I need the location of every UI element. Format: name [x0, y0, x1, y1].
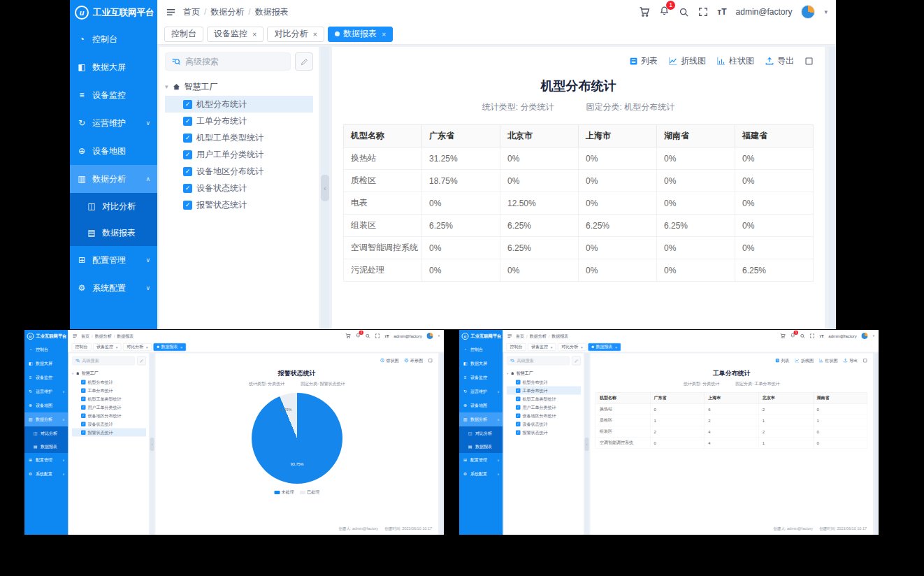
checkbox-checked-icon[interactable]: ✓	[516, 396, 521, 401]
tree-item[interactable]: ✓报警状态统计	[72, 429, 146, 437]
edit-button[interactable]	[137, 357, 146, 366]
sidebar-item[interactable]: ◧数据大屏	[24, 357, 68, 370]
sidebar-item[interactable]: ⊞配置管理∨	[459, 453, 503, 467]
sidebar-item[interactable]: ↻运营维护∨	[24, 384, 68, 398]
checkbox-checked-icon[interactable]: ✓	[81, 430, 86, 435]
collapse-handle[interactable]: ‹	[150, 438, 154, 451]
tree-item[interactable]: ✓机型工单类型统计	[165, 129, 313, 146]
checkbox-checked-icon[interactable]: ✓	[183, 100, 192, 109]
sidebar-subitem[interactable]: ◫对比分析	[459, 426, 503, 440]
checkbox-checked-icon[interactable]: ✓	[516, 380, 521, 384]
legend-item[interactable]: 已处理	[300, 489, 320, 496]
checkbox-checked-icon[interactable]: ✓	[516, 405, 521, 410]
cart-icon[interactable]	[639, 6, 650, 17]
sidebar-subitem[interactable]: ▤数据报表	[459, 440, 503, 453]
checkbox-checked-icon[interactable]: ✓	[81, 405, 86, 410]
user-menu-caret-icon[interactable]: ▾	[824, 8, 828, 15]
search-icon[interactable]	[366, 333, 371, 339]
tree-item[interactable]: ✓工单分布统计	[165, 113, 313, 129]
checkbox-checked-icon[interactable]: ✓	[81, 388, 86, 393]
checkbox-checked-icon[interactable]: ✓	[516, 388, 521, 393]
breadcrumb-item[interactable]: 首页	[516, 333, 524, 339]
toolbar-折线图[interactable]: 折线图	[668, 55, 706, 67]
checkbox-checked-icon[interactable]: ✓	[81, 413, 86, 418]
tree-item[interactable]: ✓设备地区分布统计	[165, 163, 313, 180]
tree-item[interactable]: ✓设备状态统计	[165, 180, 313, 196]
search-icon[interactable]	[800, 333, 806, 339]
sidebar-subitem[interactable]: ◫对比分析	[24, 426, 68, 440]
checkbox-checked-icon[interactable]: ✓	[183, 117, 192, 126]
tree-item[interactable]: ✓机型分布统计	[72, 378, 146, 387]
sidebar-item[interactable]: ◔控制台	[459, 343, 503, 357]
sidebar-item[interactable]: ◧数据大屏	[459, 357, 503, 370]
tree-item[interactable]: ✓机型工单类型统计	[507, 395, 581, 403]
hamburger-icon[interactable]	[166, 7, 176, 17]
checkbox-checked-icon[interactable]: ✓	[183, 201, 192, 210]
tab-对比分析[interactable]: 对比分析×	[123, 343, 152, 351]
cart-icon[interactable]	[780, 333, 786, 339]
tree-root[interactable]: ▾智慧工厂	[165, 78, 313, 96]
tree-item[interactable]: ✓机型分布统计	[165, 96, 313, 113]
close-icon[interactable]: ×	[382, 30, 386, 38]
user-menu-caret-icon[interactable]: ▾	[873, 334, 874, 338]
tree-item[interactable]: ✓用户工单分类统计	[72, 403, 146, 412]
sidebar-item[interactable]: ⊕设备地图	[70, 137, 157, 165]
tree-item[interactable]: ✓机型分布统计	[507, 378, 581, 387]
tab-控制台[interactable]: 控制台	[164, 27, 203, 42]
legend-item[interactable]: 未处理	[274, 489, 294, 496]
sidebar-item[interactable]: ▥数据分析∧	[459, 412, 503, 426]
tab-设备监控[interactable]: 设备监控×	[207, 27, 264, 42]
advanced-search-input[interactable]: 高级搜索	[165, 52, 291, 71]
close-icon[interactable]: ×	[615, 345, 617, 349]
tab-控制台[interactable]: 控制台	[72, 343, 92, 351]
collapse-handle[interactable]: ‹	[585, 438, 589, 451]
checkbox-checked-icon[interactable]: ✓	[516, 422, 521, 426]
toolbar-导出[interactable]: 导出	[765, 55, 794, 67]
tree-root[interactable]: ▾智慧工厂	[507, 369, 581, 378]
checkbox-checked-icon[interactable]: ✓	[183, 150, 192, 159]
checkbox-checked-icon[interactable]: ✓	[81, 380, 86, 384]
toolbar-折线图[interactable]: 折线图	[795, 357, 814, 363]
breadcrumb-item[interactable]: 数据分析	[530, 333, 547, 339]
breadcrumb-item[interactable]: 数据分析	[95, 333, 112, 339]
sidebar-item[interactable]: ≡设备监控	[70, 81, 157, 109]
close-icon[interactable]: ×	[252, 30, 257, 38]
tab-数据报表[interactable]: 数据报表×	[328, 27, 393, 42]
toolbar-柱状图[interactable]: 柱状图	[716, 55, 754, 67]
sidebar-item[interactable]: ▥数据分析∧	[70, 165, 157, 193]
checkbox-checked-icon[interactable]: ✓	[183, 167, 192, 176]
tree-item[interactable]: ✓用户工单分类统计	[507, 403, 581, 412]
tree-item[interactable]: ✓设备地区分布统计	[507, 412, 581, 420]
toolbar-导出[interactable]: 导出	[843, 357, 858, 363]
checkbox-checked-icon[interactable]: ✓	[183, 184, 192, 193]
collapse-handle[interactable]: ‹	[321, 175, 329, 201]
tree-item[interactable]: ✓报警状态统计	[507, 429, 581, 437]
cart-icon[interactable]	[345, 333, 351, 339]
close-icon[interactable]: ×	[551, 345, 553, 349]
font-size-icon[interactable]: тT	[717, 7, 726, 17]
toolbar-环形图[interactable]: 环形图	[404, 357, 423, 363]
font-size-icon[interactable]: тT	[384, 333, 389, 338]
user-menu-caret-icon[interactable]: ▾	[438, 334, 440, 338]
edit-button[interactable]	[572, 357, 581, 366]
sidebar-item[interactable]: ↻运营维护∨	[459, 384, 503, 398]
avatar[interactable]	[861, 333, 868, 340]
fullscreen-icon[interactable]	[698, 7, 708, 17]
sidebar-item[interactable]: ⊞配置管理∨	[24, 453, 68, 467]
sidebar-item[interactable]: ↻运营维护∨	[70, 109, 157, 137]
close-icon[interactable]: ×	[146, 345, 148, 349]
tree-item[interactable]: ✓工单分布统计	[72, 387, 146, 395]
checkbox-checked-icon[interactable]: ✓	[81, 396, 86, 401]
sidebar-item[interactable]: ▥数据分析∧	[24, 412, 68, 426]
breadcrumb-item[interactable]: 数据分析	[210, 6, 244, 18]
tree-item[interactable]: ✓设备地区分布统计	[72, 412, 146, 420]
sidebar-item[interactable]: ◧数据大屏	[70, 53, 157, 81]
toolbar-柱状图[interactable]: 柱状图	[819, 357, 838, 363]
search-icon[interactable]	[679, 7, 689, 17]
sidebar-item[interactable]: ⚙系统配置∨	[24, 467, 68, 481]
close-icon[interactable]: ×	[180, 345, 182, 349]
close-icon[interactable]: ×	[312, 30, 317, 38]
tab-对比分析[interactable]: 对比分析×	[267, 27, 324, 42]
toolbar-frame-button[interactable]	[428, 358, 433, 363]
toolbar-饼状图[interactable]: 饼状图	[380, 357, 399, 363]
